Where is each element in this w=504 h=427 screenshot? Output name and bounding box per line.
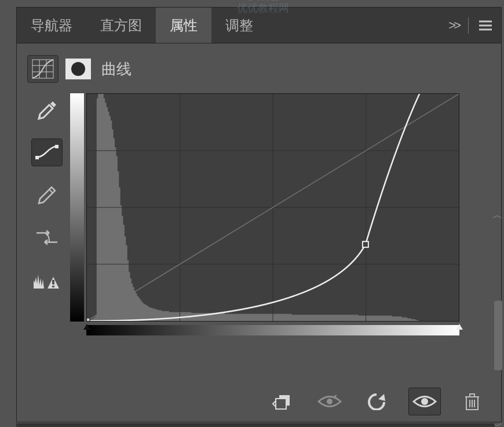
adjustment-title: 曲线 xyxy=(101,59,132,79)
input-gradient xyxy=(86,325,459,335)
svg-line-10 xyxy=(49,189,53,193)
svg-rect-23 xyxy=(276,399,286,409)
black-point-slider[interactable] xyxy=(83,324,90,330)
clip-to-layer-button[interactable] xyxy=(266,388,298,415)
layer-mask-icon[interactable] xyxy=(65,59,91,79)
tab-properties[interactable]: 属性 xyxy=(156,8,211,43)
collapse-button[interactable]: >> xyxy=(448,18,459,33)
panel-menu-icon[interactable] xyxy=(478,20,493,31)
curves-tools xyxy=(24,93,70,381)
curves-adjustment-icon[interactable] xyxy=(27,55,59,83)
tab-histogram[interactable]: 直方图 xyxy=(86,8,156,43)
panel-body: ︿ ﹀ xyxy=(17,93,501,381)
watermark: UIIIE 优优教程网 xyxy=(237,0,289,13)
header: 曲线 xyxy=(17,43,501,93)
svg-rect-28 xyxy=(470,394,474,397)
smooth-tool[interactable] xyxy=(31,224,63,252)
tab-navigator[interactable]: 导航器 xyxy=(17,8,86,43)
view-previous-button[interactable] xyxy=(313,388,346,415)
svg-rect-21 xyxy=(363,242,368,247)
output-gradient xyxy=(70,93,84,322)
curves-graph-area xyxy=(70,93,494,381)
reset-button[interactable] xyxy=(361,388,393,415)
svg-rect-20 xyxy=(87,318,90,321)
sampler-tool[interactable] xyxy=(31,96,63,123)
svg-point-25 xyxy=(421,398,428,405)
clip-warning-tool[interactable] xyxy=(31,267,63,295)
bottom-bar xyxy=(16,424,495,427)
pencil-tool[interactable] xyxy=(31,181,63,209)
svg-point-24 xyxy=(327,399,333,404)
curves-graph[interactable] xyxy=(86,93,459,322)
svg-rect-12 xyxy=(52,286,54,287)
svg-rect-8 xyxy=(35,156,39,159)
properties-panel: 导航器 直方图 属性 调整 >> 曲 xyxy=(16,7,502,422)
footer-buttons xyxy=(17,381,501,422)
curve-point-tool[interactable] xyxy=(31,138,63,166)
divider xyxy=(468,17,469,34)
visibility-button[interactable] xyxy=(408,388,441,415)
svg-rect-11 xyxy=(52,280,54,284)
scroll-thumb[interactable] xyxy=(494,301,502,370)
svg-rect-9 xyxy=(55,145,59,148)
white-point-slider[interactable] xyxy=(456,324,463,330)
scroll-up-icon[interactable]: ︿ xyxy=(492,208,503,222)
delete-button[interactable] xyxy=(456,388,488,415)
